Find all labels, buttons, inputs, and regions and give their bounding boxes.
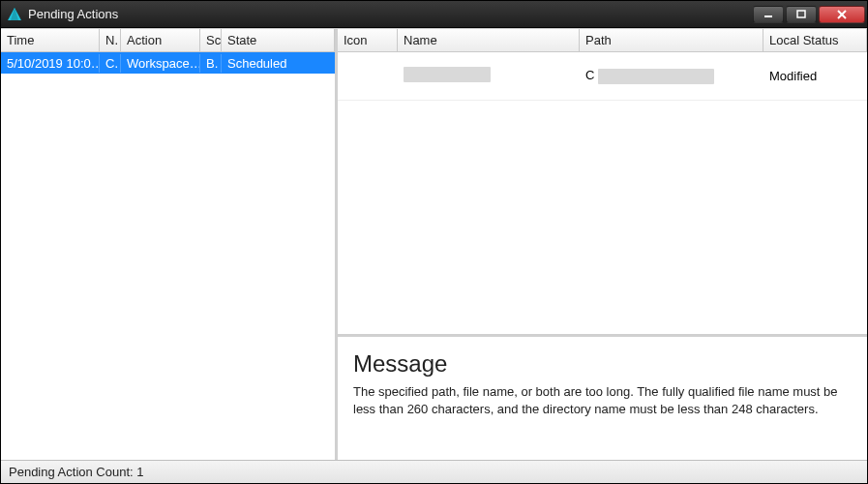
path-prefix: C <box>585 68 594 82</box>
cell-path: C <box>580 64 763 88</box>
col-header-sc[interactable]: Sc <box>200 29 222 51</box>
status-bar: Pending Action Count: 1 <box>1 460 867 483</box>
svg-rect-3 <box>797 11 805 17</box>
app-icon <box>7 7 22 22</box>
table-row[interactable]: C Modified <box>338 52 867 101</box>
minimize-button[interactable] <box>753 6 784 23</box>
window-controls <box>751 1 867 27</box>
redacted-path <box>598 69 714 84</box>
left-grid-header: Time N. Action Sc State <box>1 29 335 52</box>
window-title: Pending Actions <box>28 7 751 21</box>
col-header-status[interactable]: Local Status <box>763 29 867 51</box>
redacted-name <box>404 67 491 82</box>
col-header-n[interactable]: N. <box>100 29 121 51</box>
col-header-icon[interactable]: Icon <box>338 29 398 51</box>
app-window: Pending Actions Time N. Action Sc State <box>0 0 868 484</box>
col-header-name[interactable]: Name <box>398 29 580 51</box>
cell-sc: B. <box>200 54 222 73</box>
titlebar[interactable]: Pending Actions <box>1 1 867 28</box>
col-header-state[interactable]: State <box>222 29 335 51</box>
cell-status: Modified <box>763 65 867 87</box>
message-body: The specified path, file name, or both a… <box>353 383 852 417</box>
svg-rect-2 <box>764 15 772 17</box>
col-header-action[interactable]: Action <box>121 29 200 51</box>
content-area: Time N. Action Sc State 5/10/2019 10:0… … <box>1 28 867 460</box>
right-grid-body: C Modified <box>338 52 867 337</box>
maximize-button[interactable] <box>786 6 817 23</box>
col-header-path[interactable]: Path <box>580 29 763 51</box>
right-grid-header: Icon Name Path Local Status <box>338 29 867 52</box>
message-panel: Message The specified path, file name, o… <box>338 337 867 460</box>
cell-n: C. <box>100 54 121 73</box>
right-panel: Icon Name Path Local Status C <box>338 29 867 460</box>
col-header-time[interactable]: Time <box>1 29 100 51</box>
message-heading: Message <box>353 350 852 378</box>
cell-icon <box>338 65 398 87</box>
status-text: Pending Action Count: 1 <box>9 465 144 479</box>
close-button[interactable] <box>819 6 865 23</box>
left-panel: Time N. Action Sc State 5/10/2019 10:0… … <box>1 29 338 460</box>
cell-time: 5/10/2019 10:0… <box>1 54 100 73</box>
cell-action: Workspace… <box>121 54 200 73</box>
cell-name <box>398 63 580 89</box>
table-row[interactable]: 5/10/2019 10:0… C. Workspace… B. Schedul… <box>1 52 335 74</box>
cell-state: Scheduled <box>222 54 335 73</box>
left-grid-body: 5/10/2019 10:0… C. Workspace… B. Schedul… <box>1 52 335 460</box>
